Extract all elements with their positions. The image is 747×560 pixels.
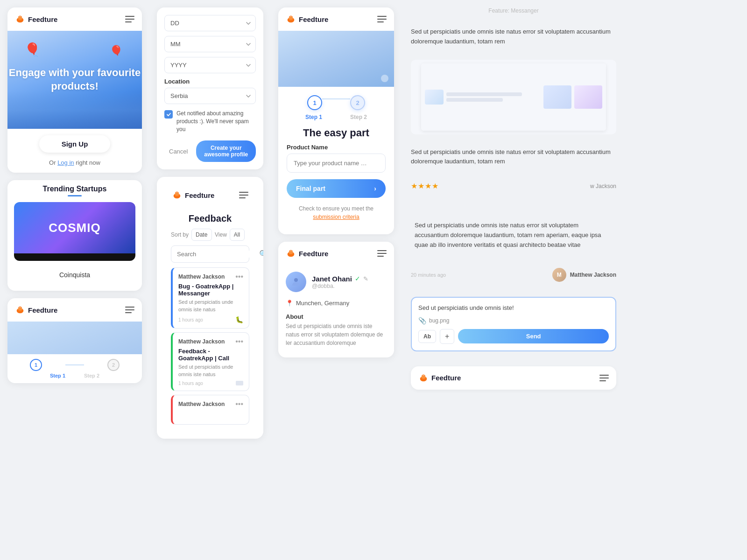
- feedback-card: Feedture Feedback Sort by Date View All …: [157, 177, 263, 439]
- review-text-3: Sed ut perspiciatis unde omnis iste natu…: [411, 221, 616, 250]
- mini-step1-circle: 1: [30, 359, 42, 371]
- message-text: Sed ut perspiciatis unde omnis iste!: [418, 304, 609, 311]
- mini-logo: Feedture: [15, 305, 57, 315]
- profile-name-row: Janet Ohani ✓ ✎: [312, 275, 368, 283]
- step-wizard-card: Feedture 1 2 Step 1 Step 2: [278, 7, 394, 234]
- mini-stepper: 1 2: [7, 354, 142, 373]
- trending-title: Trending Startups: [7, 180, 142, 195]
- step1-circle: 1: [307, 95, 322, 110]
- feedback-menu-1[interactable]: •••: [235, 273, 243, 281]
- search-bar[interactable]: 🔍: [171, 245, 249, 263]
- logo-row: Feedture: [7, 7, 142, 31]
- edit-icon[interactable]: ✎: [363, 275, 368, 282]
- view-label: View: [215, 231, 227, 238]
- step-banner: [278, 31, 394, 87]
- login-prompt: Or Log in right now: [7, 159, 142, 173]
- mini-banner: [7, 322, 142, 354]
- feedback-menu-3[interactable]: •••: [235, 400, 243, 408]
- reviewer-info: M Matthew Jackson: [552, 268, 616, 282]
- send-button[interactable]: Send: [458, 329, 609, 343]
- feedback-item: Matthew Jackson ••• Bug - GoatrekApp | M…: [171, 267, 249, 329]
- mini-step-card: Feedture 1 2 Step 1 Step 2: [7, 298, 142, 383]
- notification-checkbox-row: Get notified about amazing products :). …: [164, 110, 256, 133]
- step1-label: Step 1: [305, 114, 322, 120]
- feedback-author-3: Matthew Jackson: [178, 401, 225, 407]
- ab-button[interactable]: Ab: [418, 330, 436, 343]
- feedback-menu-2[interactable]: •••: [235, 337, 243, 346]
- product-name-input[interactable]: [287, 154, 386, 173]
- step-menu-icon[interactable]: [377, 16, 387, 22]
- sort-select[interactable]: Date: [191, 229, 212, 241]
- menu-icon[interactable]: [125, 16, 134, 22]
- feedback-title-1: Bug - GoatrekApp | Messanger: [178, 283, 243, 297]
- feedback-menu-icon[interactable]: [239, 192, 248, 198]
- profile-menu-icon[interactable]: [377, 250, 387, 257]
- mm-field-group: MM: [164, 36, 256, 52]
- login-link[interactable]: Log in: [57, 159, 74, 166]
- app-name: Feedture: [28, 15, 57, 23]
- attachment-filename: bug.png: [429, 317, 449, 324]
- location-text: Munchen, Germany: [296, 300, 349, 307]
- star-rating: ★★★★: [411, 182, 439, 190]
- plus-button[interactable]: +: [440, 329, 454, 344]
- step2-label: Step 2: [350, 114, 367, 120]
- submission-link[interactable]: submission criteria: [313, 214, 359, 220]
- dd-field-group: DD: [164, 15, 256, 31]
- dd-select[interactable]: DD: [164, 15, 256, 31]
- message-box: Sed ut perspiciatis unde omnis iste! 📎 b…: [411, 297, 616, 351]
- feedback-item-3: Matthew Jackson •••: [171, 395, 249, 425]
- final-part-button[interactable]: Final part ›: [287, 179, 386, 198]
- location-pin-icon: 📍: [286, 300, 293, 307]
- stepper: 1 2: [278, 87, 394, 114]
- checkbox-checked[interactable]: [164, 110, 173, 119]
- profile-logo: Feedture: [286, 248, 328, 259]
- location-label: Location: [164, 78, 256, 85]
- feedture-logo-icon: [15, 14, 25, 24]
- trending-underline: [68, 195, 82, 196]
- mini-step-labels: Step 1 Step 2: [7, 373, 142, 378]
- balloon2-icon: 🎈: [109, 45, 123, 58]
- stepper-labels: Step 1 Step 2: [278, 114, 394, 120]
- feedback-author-2: Matthew Jackson: [178, 338, 225, 345]
- startup-card[interactable]: COSMIQ: [14, 202, 135, 261]
- review-text-2: Sed ut perspiciatis unde omnis iste natu…: [407, 147, 620, 167]
- profile-card: Feedture Janet Ohani ✓ ✎ @dobba.: [278, 242, 394, 357]
- reviewer-avatar: M: [552, 268, 566, 282]
- mini-menu-icon[interactable]: [125, 307, 134, 313]
- review-block-3: Sed ut perspiciatis unde omnis iste natu…: [407, 217, 620, 257]
- hero-tagline: Engage with your favourite products!: [7, 66, 142, 93]
- startup-image: COSMIQ: [14, 202, 135, 253]
- easy-part-title: The easy part: [278, 120, 394, 144]
- stars-row: ★★★★ w Jackson: [407, 180, 620, 194]
- signup-button[interactable]: Sign Up: [39, 135, 111, 153]
- product-label: Product Name: [278, 144, 394, 154]
- create-profile-button[interactable]: Create your awesome profile: [196, 140, 256, 162]
- location-select[interactable]: Serbia: [164, 88, 256, 104]
- attachment-row: 📎 bug.png: [418, 317, 609, 324]
- mini-step2-label: Step 2: [84, 373, 99, 378]
- divider-1: [407, 205, 620, 206]
- yyyy-select[interactable]: YYYY: [164, 57, 256, 73]
- step-app-name: Feedture: [299, 15, 328, 23]
- view-select[interactable]: All: [230, 229, 245, 241]
- feedback-item-2: Matthew Jackson ••• Feedback - GoatrekAp…: [171, 332, 249, 391]
- search-input[interactable]: [177, 251, 255, 258]
- reviewer-full-name: Matthew Jackson: [570, 272, 616, 278]
- location-group: Location Serbia: [164, 78, 256, 104]
- svg-point-10: [294, 278, 298, 282]
- bottom-menu-icon[interactable]: [599, 375, 609, 381]
- feedback-logo: Feedture: [172, 190, 214, 200]
- mini-app-name: Feedture: [28, 306, 57, 314]
- startup-brand: COSMIQ: [49, 221, 100, 235]
- profile-name: Janet Ohani: [312, 275, 352, 283]
- hero-banner: 🎈 🎈 Engage with your favourite products!: [7, 31, 142, 129]
- startup-name: Coinquista: [7, 267, 142, 284]
- location-row: 📍 Munchen, Germany: [278, 297, 394, 309]
- profile-app-name: Feedture: [299, 250, 328, 258]
- mm-select[interactable]: MM: [164, 36, 256, 52]
- balloon-icon: 🎈: [24, 42, 41, 57]
- review-text-1: Sed ut perspiciatis unde omnis iste natu…: [407, 27, 620, 47]
- cancel-button[interactable]: Cancel: [164, 140, 192, 162]
- feedback-author-1: Matthew Jackson: [178, 273, 225, 280]
- bottom-logo-bar: Feedture: [411, 366, 616, 390]
